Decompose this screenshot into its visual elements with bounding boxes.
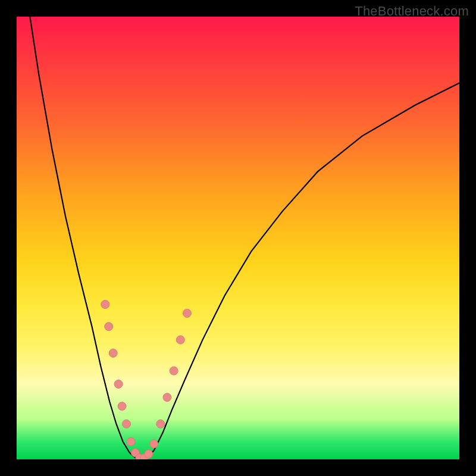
watermark-text: TheBottleneck.com — [355, 4, 469, 19]
scatter-dot — [163, 393, 171, 402]
chart-svg — [17, 17, 459, 459]
scatter-dot — [150, 440, 158, 448]
scatter-dot — [109, 349, 117, 357]
scatter-dot — [101, 300, 109, 309]
scatter-dot — [145, 450, 153, 458]
scatter-dot — [118, 402, 126, 411]
curve-right-branch — [140, 83, 459, 459]
scatter-dot — [114, 380, 123, 389]
scatter-dot — [123, 419, 131, 428]
scatter-dot — [183, 309, 191, 317]
scatter-dot — [176, 336, 184, 344]
scatter-dot — [156, 419, 165, 428]
scatter-dot — [170, 367, 178, 375]
scatter-dot — [105, 322, 113, 331]
curve-left-branch — [30, 17, 140, 459]
scatter-dot — [127, 437, 135, 446]
scatter-group — [101, 300, 192, 459]
outer-frame: TheBottleneck.com — [0, 0, 476, 476]
plot-area — [17, 17, 459, 459]
